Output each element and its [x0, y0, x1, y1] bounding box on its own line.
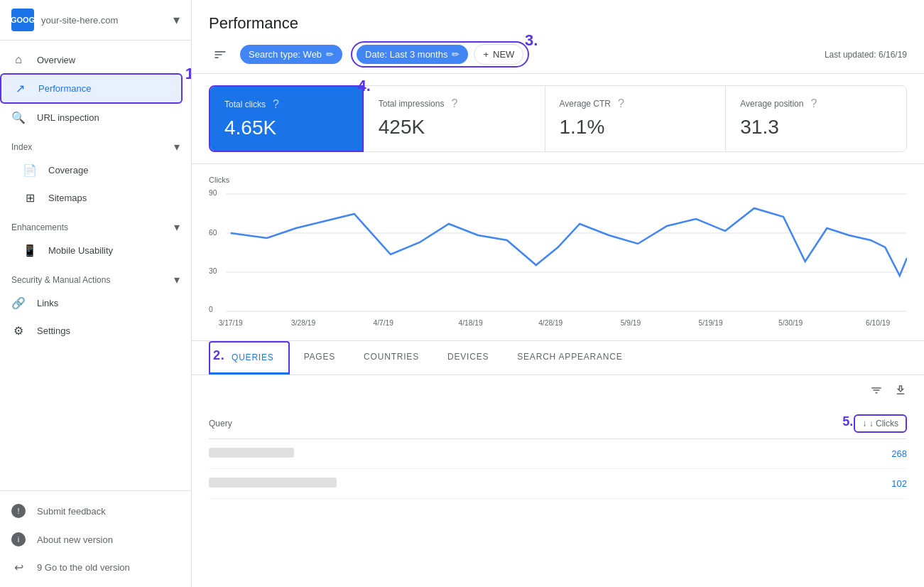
coverage-icon: 📄	[23, 163, 37, 177]
total-clicks-label: Total clicks	[224, 99, 266, 109]
sidebar-item-links[interactable]: 🔗 Links	[0, 289, 183, 317]
query-cell-1	[209, 439, 765, 469]
tab-pages[interactable]: PAGES	[290, 342, 349, 374]
metric-total-impressions[interactable]: Total impressions ? 425K	[364, 85, 545, 152]
new-button[interactable]: + NEW	[474, 44, 523, 65]
toolbar: Search type: Web ✏ Date: Last 3 months ✏…	[209, 41, 907, 68]
annotation-5: 5.	[842, 414, 853, 429]
svg-text:4/18/19: 4/18/19	[459, 319, 484, 327]
old-version-icon: ↩	[11, 561, 26, 574]
domain-chevron-icon[interactable]: ▾	[173, 12, 180, 28]
metric-total-clicks[interactable]: Total clicks ? 4.65K	[210, 87, 362, 151]
tab-devices[interactable]: DEVICES	[433, 342, 503, 374]
svg-text:3/28/19: 3/28/19	[291, 319, 316, 327]
sidebar-item-url-label: URL inspection	[37, 112, 99, 123]
sidebar-item-sitemaps[interactable]: ⊞ Sitemaps	[0, 184, 183, 212]
sidebar-item-url-inspection[interactable]: 🔍 URL inspection	[0, 104, 183, 131]
index-label: Index	[11, 142, 32, 152]
col-clicks-label[interactable]: ↓ ↓ Clicks	[862, 419, 898, 429]
mobile-icon: 📱	[23, 244, 37, 257]
table-row: 268	[209, 439, 907, 469]
sidebar-item-overview[interactable]: ⌂ Overview	[0, 46, 183, 73]
sidebar-item-mobile[interactable]: 📱 Mobile Usability	[0, 237, 183, 264]
svg-text:5/30/19: 5/30/19	[778, 319, 803, 327]
date-chip[interactable]: Date: Last 3 months ✏	[357, 45, 468, 64]
avg-position-label: Average position	[740, 99, 803, 109]
avg-ctr-label: Average CTR	[560, 99, 611, 109]
coverage-label: Coverage	[48, 165, 88, 176]
sidebar-item-old-version[interactable]: ↩ 9 Go to the old version	[0, 554, 191, 581]
security-chevron-icon: ▾	[174, 273, 180, 286]
index-section[interactable]: Index ▾	[0, 131, 191, 156]
tab-pages-label: PAGES	[304, 352, 335, 362]
clicks-col-header-wrap: 5. ↓ ↓ Clicks	[854, 414, 907, 433]
annotation-3: 3.	[525, 33, 538, 48]
tab-countries-label: COUNTRIES	[364, 352, 419, 362]
search-type-edit-icon: ✏	[326, 49, 334, 60]
table-header: Query 5. ↓ ↓ Clicks	[209, 409, 907, 439]
feedback-label: Submit feedback	[37, 506, 106, 517]
sidebar-item-feedback[interactable]: ! Submit feedback	[0, 497, 191, 525]
enhancements-chevron-icon: ▾	[174, 220, 180, 234]
table-toolbar	[209, 375, 907, 409]
chart-container: 90 60 30 0 3/17/19 3/28/19 4/7/19 4/18/1…	[209, 187, 907, 329]
performance-chart: 90 60 30 0 3/17/19 3/28/19 4/7/19 4/18/1…	[209, 187, 907, 329]
enhancements-section[interactable]: Enhancements ▾	[0, 212, 191, 237]
svg-text:3/17/19: 3/17/19	[219, 319, 244, 327]
clicks-line	[231, 208, 907, 276]
total-impressions-value: 425K	[379, 116, 531, 139]
svg-text:60: 60	[209, 229, 217, 237]
page-title: Performance	[209, 14, 907, 33]
table-row: 102	[209, 469, 907, 499]
feedback-icon: !	[11, 504, 26, 518]
filter-icon[interactable]	[209, 43, 232, 66]
security-label: Security & Manual Actions	[11, 275, 110, 285]
about-label: About new version	[37, 534, 113, 545]
query-cell-2	[209, 469, 765, 499]
metric-avg-ctr[interactable]: Average CTR ? 1.1%	[545, 85, 726, 152]
tab-search-appearance[interactable]: SEARCH APPEARANCE	[503, 342, 636, 374]
sidebar-footer: ! Submit feedback i About new version ↩ …	[0, 490, 191, 587]
tabs-section: 2. QUERIES PAGES COUNTRIES DEVICES SEARC…	[192, 341, 924, 375]
sidebar-item-about[interactable]: i About new version	[0, 525, 191, 554]
svg-text:90: 90	[209, 189, 217, 197]
total-clicks-value: 4.65K	[224, 117, 348, 139]
table-download-icon[interactable]	[894, 384, 907, 400]
performance-nav-wrapper: ↗ Performance 1.	[0, 73, 191, 104]
sidebar-item-performance[interactable]: ↗ Performance	[0, 73, 183, 104]
metrics-row: Total clicks ? 4.65K 4. Total impression…	[192, 74, 924, 164]
avg-ctr-value: 1.1%	[560, 116, 712, 139]
total-impressions-help-icon[interactable]: ?	[451, 97, 457, 110]
total-impressions-label: Total impressions	[379, 99, 445, 109]
queries-table: Query 5. ↓ ↓ Clicks	[209, 409, 907, 499]
old-version-label: 9 Go to the old version	[37, 562, 130, 573]
about-icon: i	[11, 532, 26, 546]
tab-queries[interactable]: 2. QUERIES	[209, 341, 290, 375]
sidebar-item-overview-label: Overview	[37, 55, 75, 65]
sidebar-item-settings[interactable]: ⚙ Settings	[0, 317, 183, 345]
avg-position-value: 31.3	[740, 116, 892, 139]
mobile-label: Mobile Usability	[48, 245, 113, 256]
annotation-2: 2.	[213, 348, 225, 363]
svg-text:5/19/19: 5/19/19	[698, 319, 723, 327]
table-filter-icon[interactable]	[870, 384, 883, 400]
metrics-wrap: Total clicks ? 4.65K 4. Total impression…	[209, 85, 907, 152]
trending-up-icon: ↗	[13, 82, 27, 95]
metric-avg-position[interactable]: Average position ? 31.3	[725, 85, 907, 152]
avg-position-help-icon[interactable]: ?	[810, 97, 817, 110]
sidebar-item-coverage[interactable]: 📄 Coverage	[0, 156, 183, 184]
tab-countries[interactable]: COUNTRIES	[349, 342, 433, 374]
domain-name: your-site-here.com	[41, 15, 166, 26]
home-icon: ⌂	[11, 53, 26, 66]
total-clicks-help-icon[interactable]: ?	[273, 98, 279, 111]
avg-ctr-help-icon[interactable]: ?	[618, 97, 624, 110]
tabs-row: 2. QUERIES PAGES COUNTRIES DEVICES SEARC…	[209, 341, 907, 375]
svg-text:6/10/19: 6/10/19	[866, 319, 891, 327]
page-header: Performance Search type: Web ✏ Date: Las…	[192, 0, 924, 74]
security-section[interactable]: Security & Manual Actions ▾	[0, 264, 191, 289]
annotation-4: 4.	[357, 78, 370, 94]
main-content: Performance Search type: Web ✏ Date: Las…	[192, 0, 924, 587]
query-blurred-1	[209, 448, 294, 458]
search-type-chip[interactable]: Search type: Web ✏	[240, 45, 342, 64]
date-edit-icon: ✏	[452, 49, 460, 60]
